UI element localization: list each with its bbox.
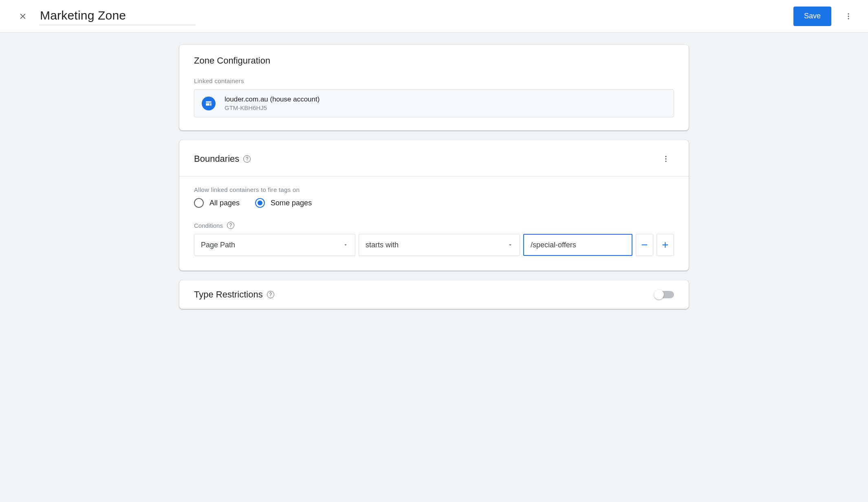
chevron-down-icon (507, 242, 513, 248)
save-button[interactable]: Save (793, 7, 831, 26)
close-button[interactable] (15, 8, 31, 24)
allow-fire-label: Allow linked containers to fire tags on (194, 186, 674, 193)
condition-row: Page Path starts with − + (194, 234, 674, 256)
more-vert-icon (844, 12, 853, 20)
svg-point-0 (848, 13, 849, 14)
header-more-button[interactable] (840, 8, 857, 24)
help-icon[interactable]: ? (227, 222, 234, 229)
condition-operator-select[interactable]: starts with (359, 234, 520, 256)
svg-point-4 (665, 158, 666, 159)
more-vert-icon (662, 155, 670, 163)
condition-operator-value: starts with (366, 241, 507, 249)
type-restrictions-card: Type Restrictions ? (179, 280, 689, 309)
container-id: GTM-KBH6HJ5 (225, 104, 319, 111)
add-condition-button[interactable]: + (657, 234, 674, 256)
radio-some-pages[interactable]: Some pages (255, 198, 312, 208)
top-bar: Save (0, 0, 868, 33)
radio-all-pages[interactable]: All pages (194, 198, 240, 208)
linked-container-row[interactable]: louder.com.au (house account) GTM-KBH6HJ… (194, 89, 674, 117)
radio-some-pages-label: Some pages (271, 199, 312, 207)
zone-configuration-title: Zone Configuration (194, 55, 674, 66)
chevron-down-icon (343, 242, 348, 248)
svg-point-2 (848, 18, 849, 19)
type-restrictions-title: Type Restrictions (194, 289, 263, 300)
radio-all-pages-label: All pages (209, 199, 240, 207)
boundaries-more-button[interactable] (658, 151, 674, 167)
conditions-label: Conditions (194, 222, 223, 229)
boundaries-radio-group: All pages Some pages (194, 198, 674, 208)
svg-point-1 (848, 15, 849, 17)
condition-variable-select[interactable]: Page Path (194, 234, 355, 256)
boundaries-title: Boundaries (194, 154, 239, 164)
help-icon[interactable]: ? (267, 291, 274, 298)
toggle-knob (654, 290, 664, 299)
container-icon (202, 97, 216, 110)
linked-containers-label: Linked containers (194, 77, 674, 84)
help-icon[interactable]: ? (243, 155, 251, 163)
condition-value-input[interactable] (523, 234, 632, 256)
boundaries-card: Boundaries ? Allow linked containers to … (179, 140, 689, 271)
svg-point-5 (665, 161, 666, 162)
type-restrictions-toggle[interactable] (655, 291, 674, 298)
plus-icon: + (662, 238, 668, 251)
content-area: Zone Configuration Linked containers lou… (179, 33, 689, 335)
zone-title-input[interactable] (39, 7, 196, 25)
zone-configuration-card: Zone Configuration Linked containers lou… (179, 45, 689, 130)
close-icon (18, 12, 27, 21)
minus-icon: − (641, 238, 648, 251)
svg-point-3 (665, 156, 666, 157)
remove-condition-button[interactable]: − (636, 234, 653, 256)
container-name: louder.com.au (house account) (225, 95, 319, 103)
condition-variable-value: Page Path (201, 241, 343, 249)
